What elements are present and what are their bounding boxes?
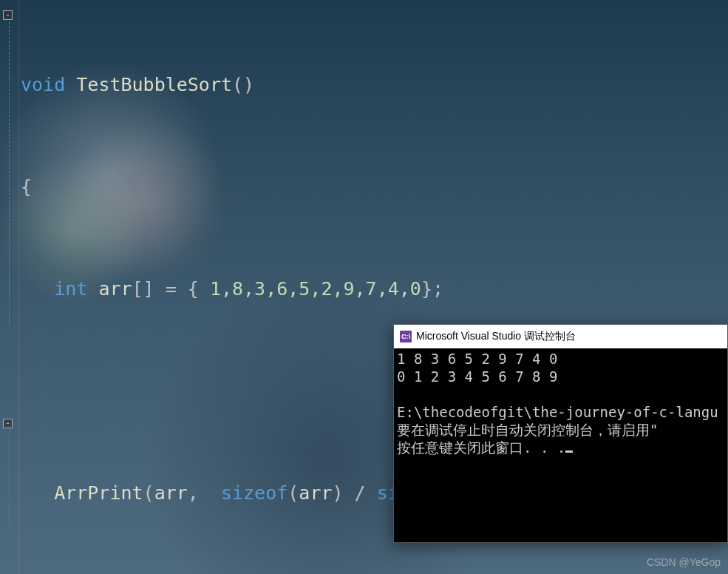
console-titlebar[interactable]: C:\ Microsoft Visual Studio 调试控制台	[394, 325, 727, 348]
output-line: 1 8 3 6 5 2 9 7 4 0	[397, 351, 557, 367]
output-line: 0 1 2 3 4 5 6 7 8 9	[397, 368, 557, 385]
parens: ()	[232, 74, 254, 95]
output-line: 要在调试停止时自动关闭控制台，请启用"	[397, 422, 658, 438]
code-line: void TestBubbleSort()	[21, 68, 728, 102]
editor-gutter: - -	[0, 0, 19, 574]
keyword-sizeof: sizeof	[221, 482, 288, 504]
function-name: TestBubbleSort	[76, 74, 232, 95]
output-line: E:\thecodeofgit\the-journey-of-c-langu	[397, 404, 718, 420]
brace: {	[21, 176, 32, 197]
fold-line-2	[9, 430, 10, 527]
console-output[interactable]: 1 8 3 6 5 2 9 7 4 0 0 1 2 3 4 5 6 7 8 9 …	[394, 348, 727, 458]
fold-line-1	[9, 22, 10, 325]
watermark: CSDN @YeGop	[647, 556, 721, 568]
semicolon: ;	[432, 278, 443, 300]
output-line: 按任意键关闭此窗口. . .	[397, 439, 565, 456]
vs-app-icon: C:\	[400, 331, 412, 342]
array-values: 1,8,3,6,5,2,9,7,4,0	[210, 278, 421, 300]
identifier: arr	[98, 278, 132, 300]
console-title: Microsoft Visual Studio 调试控制台	[416, 330, 576, 343]
code-line: {	[21, 170, 728, 204]
equals: =	[154, 278, 188, 300]
brace: }	[421, 278, 432, 300]
fold-toggle-fn1[interactable]: -	[3, 10, 13, 20]
brace: {	[188, 278, 210, 300]
debug-console-window[interactable]: C:\ Microsoft Visual Studio 调试控制台 1 8 3 …	[393, 324, 728, 543]
keyword-void: void	[21, 74, 65, 95]
brackets: []	[132, 278, 154, 300]
cursor-icon	[565, 450, 573, 453]
code-line: int arr[] = { 1,8,3,6,5,2,9,7,4,0};	[21, 272, 728, 306]
keyword-int: int	[54, 278, 87, 300]
function-call: ArrPrint	[54, 482, 143, 504]
fold-toggle-fn2[interactable]: -	[3, 419, 13, 428]
